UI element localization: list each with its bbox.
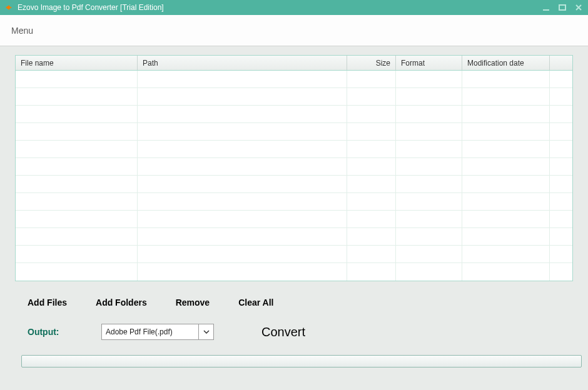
table-row[interactable] (16, 158, 572, 176)
column-header-path[interactable]: Path (138, 56, 347, 70)
action-toolbar: Add Files Add Folders Remove Clear All (15, 281, 573, 312)
column-header-filename[interactable]: File name (16, 56, 138, 70)
table-row[interactable] (16, 123, 572, 141)
menubar: Menu (0, 15, 588, 46)
table-row[interactable] (16, 193, 572, 211)
add-folders-button[interactable]: Add Folders (96, 298, 147, 308)
chevron-down-icon[interactable] (198, 324, 213, 339)
minimize-button[interactable] (540, 2, 552, 12)
window-controls (540, 2, 584, 12)
table-row[interactable] (16, 71, 572, 88)
add-files-button[interactable]: Add Files (28, 298, 67, 308)
svg-rect-0 (543, 9, 549, 11)
column-header-format[interactable]: Format (396, 56, 462, 70)
window-title: Ezovo Image to Pdf Converter [Trial Edit… (18, 3, 540, 12)
app-icon (4, 2, 14, 12)
table-row[interactable] (16, 176, 572, 193)
output-format-value: Adobe Pdf File(.pdf) (102, 324, 198, 339)
titlebar: Ezovo Image to Pdf Converter [Trial Edit… (0, 0, 588, 15)
table-row[interactable] (16, 246, 572, 263)
column-header-size[interactable]: Size (347, 56, 396, 70)
table-row[interactable] (16, 263, 572, 281)
clear-all-button[interactable]: Clear All (238, 298, 273, 308)
table-row[interactable] (16, 141, 572, 158)
menu-button[interactable]: Menu (11, 26, 33, 36)
file-table[interactable]: File name Path Size Format Modification … (15, 55, 573, 281)
column-header-blank (550, 56, 572, 70)
close-button[interactable] (573, 2, 584, 12)
remove-button[interactable]: Remove (176, 298, 210, 308)
convert-button[interactable]: Convert (261, 325, 305, 339)
table-row[interactable] (16, 106, 572, 123)
column-header-date[interactable]: Modification date (462, 56, 550, 70)
content-area: File name Path Size Format Modification … (0, 46, 588, 374)
progress-area (15, 340, 573, 368)
svg-rect-1 (559, 5, 565, 10)
table-header: File name Path Size Format Modification … (16, 56, 572, 71)
maximize-button[interactable] (557, 2, 568, 12)
output-label: Output: (28, 327, 84, 337)
table-row[interactable] (16, 88, 572, 106)
output-row: Output: Adobe Pdf File(.pdf) Convert (15, 312, 573, 340)
output-format-combo[interactable]: Adobe Pdf File(.pdf) (101, 324, 214, 340)
progress-bar (21, 355, 582, 368)
table-row[interactable] (16, 228, 572, 246)
table-row[interactable] (16, 211, 572, 228)
table-body (16, 71, 572, 281)
